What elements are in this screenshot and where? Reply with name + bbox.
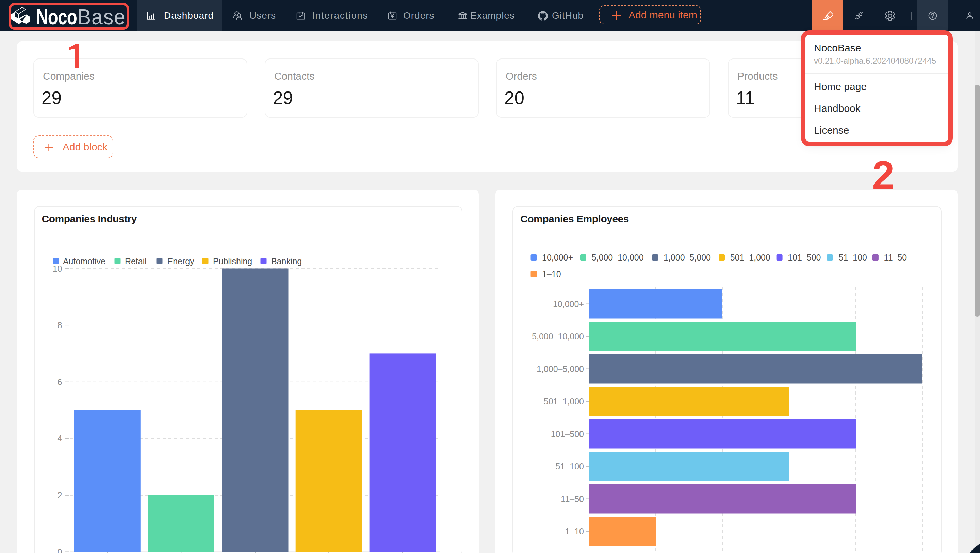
svg-text:Retail: Retail [124, 256, 146, 265]
svg-text:11–50: 11–50 [884, 253, 907, 262]
svg-text:2: 2 [57, 490, 62, 500]
svg-text:Automotive: Automotive [63, 256, 105, 265]
svg-text:11–50: 11–50 [561, 494, 584, 503]
svg-text:501–1,000: 501–1,000 [544, 397, 584, 406]
svg-text:1–10: 1–10 [565, 526, 584, 536]
svg-text:101–500: 101–500 [551, 429, 584, 439]
svg-text:10: 10 [52, 264, 62, 273]
svg-text:51–100: 51–100 [556, 461, 584, 471]
svg-text:Publishing: Publishing [213, 256, 252, 265]
svg-text:Energy: Energy [167, 256, 194, 265]
svg-text:8: 8 [57, 320, 62, 330]
svg-text:4: 4 [57, 434, 62, 443]
svg-text:0: 0 [57, 547, 62, 553]
svg-text:51–100: 51–100 [839, 253, 867, 262]
svg-text:10,000+: 10,000+ [553, 299, 584, 308]
svg-text:5,000–10,000: 5,000–10,000 [532, 332, 584, 341]
svg-text:1–10: 1–10 [542, 269, 561, 278]
svg-text:1,000–5,000: 1,000–5,000 [663, 253, 711, 262]
svg-text:6: 6 [57, 377, 62, 386]
svg-text:101–500: 101–500 [788, 253, 821, 262]
svg-text:1,000–5,000: 1,000–5,000 [537, 364, 584, 373]
svg-text:10,000+: 10,000+ [542, 253, 573, 262]
svg-text:Banking: Banking [271, 256, 301, 265]
svg-text:501–1,000: 501–1,000 [730, 253, 770, 262]
svg-text:5,000–10,000: 5,000–10,000 [592, 253, 644, 262]
